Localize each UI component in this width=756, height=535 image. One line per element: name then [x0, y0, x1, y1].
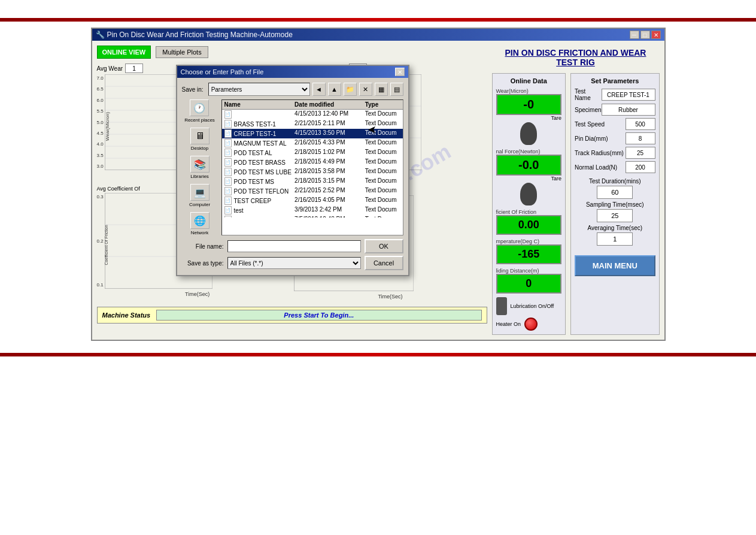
avg-wear-label: Avg Wear	[97, 65, 123, 72]
recent-places-label: Recent places	[184, 117, 215, 123]
toolbar-delete-btn[interactable]: ✕	[359, 83, 372, 96]
file-type: Text Docum	[365, 177, 400, 186]
file-icon: 📄	[224, 187, 232, 195]
file-date: 4/15/2013 3:50 PM	[294, 129, 365, 138]
sliding-value: 0	[496, 274, 562, 294]
track-radius-input[interactable]	[626, 147, 655, 159]
specimen-input[interactable]	[602, 104, 655, 116]
toolbar-menu-btn[interactable]: ▤	[390, 83, 403, 96]
test-duration-input[interactable]	[597, 186, 633, 199]
file-item[interactable]: 📄 4/15/2013 12:40 PM Text Docum	[222, 110, 403, 119]
arrow-indicator: ➤	[368, 123, 377, 137]
coeff-y-label: Coefficient Of Friction	[104, 221, 108, 269]
pin-dia-input[interactable]	[626, 132, 655, 144]
lubrication-icon	[496, 297, 507, 315]
save-in-select[interactable]: Parameters	[208, 83, 310, 96]
file-name: POD TEST AL	[234, 150, 272, 156]
tare-icon-1	[520, 122, 537, 145]
file-name-input[interactable]	[227, 240, 361, 252]
file-name: POD TEST MS	[234, 179, 274, 185]
temp-label: mperature(Deg C)	[496, 238, 562, 244]
status-text: Press Start To Begin...	[284, 312, 354, 319]
file-name: POD TEST TEFLON	[234, 188, 289, 195]
toolbar-back-btn[interactable]: ◄	[312, 83, 326, 96]
test-name-input[interactable]	[602, 89, 655, 101]
file-type: Text Docum	[365, 187, 400, 195]
file-type: Text Docum	[365, 110, 400, 119]
libraries-label: Libraries	[190, 174, 209, 179]
maximize-button[interactable]: □	[640, 31, 650, 39]
ok-button[interactable]: OK	[365, 239, 403, 253]
libraries-icon: 📚	[190, 156, 210, 173]
toolbar-up-btn[interactable]: ▲	[328, 83, 341, 96]
main-menu-button[interactable]: MAIN MENU	[575, 255, 655, 276]
status-bar: Machine Status Press Start To Begin...	[97, 307, 487, 324]
computer-icon: 💻	[190, 184, 210, 201]
file-date: 2/16/2015 4:33 PM	[294, 139, 365, 147]
dialog-left-nav: 🕐 Recent places 🖥 Desktop 📚 Libraries	[182, 99, 218, 235]
sampling-time-input[interactable]	[597, 209, 633, 222]
nav-desktop[interactable]: 🖥 Desktop	[190, 128, 210, 151]
file-item[interactable]: 📄 POD TEST BRASS 2/18/2015 4:49 PM Text …	[222, 158, 403, 167]
file-date: 2/18/2015 4:49 PM	[294, 158, 365, 167]
save-as-type-select[interactable]: All Files (*.*)	[227, 257, 361, 269]
toolbar-newfolder-btn[interactable]: 📁	[344, 83, 357, 96]
nav-network[interactable]: 🌐 Network	[190, 212, 210, 235]
file-icon: 📄	[224, 139, 232, 147]
averaging-time-group: Averaging Time(sec)	[575, 225, 655, 246]
test-duration-group: Test Duration(mins)	[575, 178, 655, 199]
file-item[interactable]: 📄 test 3/9/2013 2:42 PM Text Docum	[222, 205, 403, 215]
averaging-time-label: Averaging Time(sec)	[575, 225, 655, 231]
file-type: Text Docum	[365, 206, 400, 214]
file-list-area: Name Date modified Type 📄 4/15/2013 12:4…	[221, 99, 403, 235]
header-date: Date modified	[294, 101, 365, 108]
averaging-time-input[interactable]	[597, 232, 633, 246]
close-button[interactable]: ✕	[651, 31, 661, 39]
file-date: 2/18/2015 1:02 PM	[294, 149, 365, 157]
set-params-section: Set Parameters Test Name Specimen	[570, 73, 659, 335]
nav-recent-places[interactable]: 🕐 Recent places	[184, 99, 215, 123]
file-item[interactable]: 📄 POD TEST TEFLON 2/21/2015 2:52 PM Text…	[222, 186, 403, 196]
wear-display: Wear(Micron) -0 Tare	[496, 88, 562, 145]
pin-dia-label: Pin Dia(mm)	[575, 135, 608, 142]
title-bar: 🔧 Pin On Disc Wear And Friction Testing …	[92, 29, 664, 41]
online-view-button[interactable]: ONLINE VIEW	[97, 46, 151, 59]
cancel-button[interactable]: Cancel	[365, 256, 403, 270]
right-panel: PIN ON DISC FRICTION AND WEAR TEST RIG O…	[492, 46, 660, 335]
lubrication-row: Lubrication On/Off	[496, 297, 562, 315]
file-name: POD TEST BRASS	[234, 159, 286, 166]
coeff-display: ficient Of Friction 0.00	[496, 209, 562, 235]
minimize-button[interactable]: ─	[630, 31, 639, 39]
dialog-title-bar: Choose or Enter Path of File ✕	[177, 66, 408, 78]
temp-value: -165	[496, 244, 562, 264]
file-item[interactable]: 📄 POD TEST MS 2/18/2015 3:15 PM Text Doc…	[222, 177, 403, 186]
file-item[interactable]: 📄 TEST CREEP 2/16/2015 4:05 PM Text Docu…	[222, 196, 403, 205]
toolbar-view-btn[interactable]: ▦	[375, 83, 388, 96]
online-data-title: Online Data	[496, 77, 562, 84]
nav-libraries[interactable]: 📚 Libraries	[190, 156, 210, 179]
file-item[interactable]: 📄 POD TEST AL 2/18/2015 1:02 PM Text Doc…	[222, 148, 403, 158]
dialog-close-button[interactable]: ✕	[395, 68, 405, 76]
normal-load-input[interactable]	[626, 161, 655, 173]
file-icon: 📄	[224, 206, 232, 214]
dialog-file-area: 🕐 Recent places 🖥 Desktop 📚 Libraries	[182, 99, 403, 235]
title-bar-buttons: ─ □ ✕	[630, 31, 661, 39]
file-item[interactable]: 📄 POD TEST MS LUBE 2/18/2015 3:58 PM Tex…	[222, 167, 403, 177]
multiple-plots-button[interactable]: Multiple Plots	[156, 46, 208, 58]
file-date: 2/18/2015 3:58 PM	[294, 168, 365, 176]
pin-dia-row: Pin Dia(mm)	[575, 132, 655, 144]
sampling-time-group: Sampling Time(msec)	[575, 201, 655, 222]
wear-value: -0	[496, 94, 562, 115]
file-list-header: Name Date modified Type	[222, 100, 403, 110]
file-icon: 📄	[224, 197, 232, 205]
file-date: 2/21/2015 2:52 PM	[294, 187, 365, 195]
test-speed-input[interactable]	[626, 118, 655, 130]
desktop-label: Desktop	[191, 146, 208, 151]
y-axis-labels: 7.06.56.05.55.04.54.03.53.0	[97, 74, 104, 170]
computer-label: Computer	[189, 202, 210, 207]
file-item[interactable]: 📄 MAGNUM TEST AL 2/16/2015 4:33 PM Text …	[222, 138, 403, 148]
file-item[interactable]: 📄 test-square 7/5/2013 12:48 PM Text Doc…	[222, 215, 403, 217]
avg-wear-input[interactable]	[125, 64, 143, 73]
nav-computer[interactable]: 💻 Computer	[189, 184, 210, 207]
file-type: Text Docum	[365, 149, 400, 157]
